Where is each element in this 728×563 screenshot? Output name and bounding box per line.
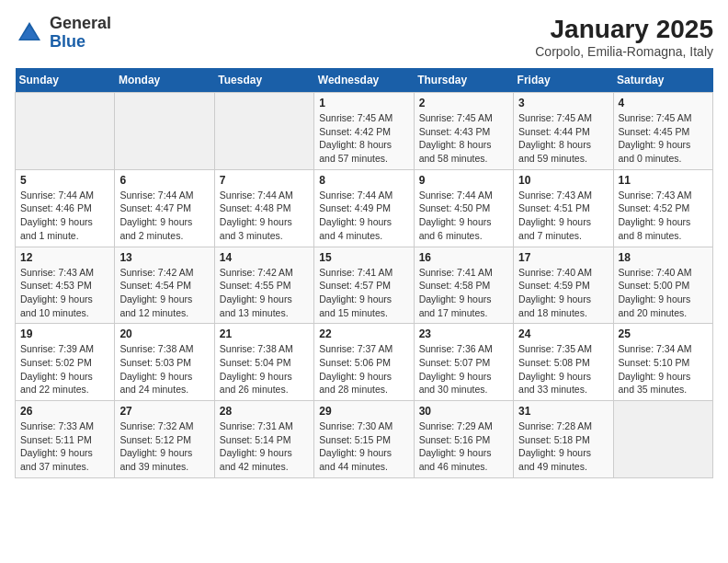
day-info: Sunrise: 7:35 AMSunset: 5:08 PMDaylight:… xyxy=(518,342,608,396)
calendar-cell: 24Sunrise: 7:35 AMSunset: 5:08 PMDayligh… xyxy=(514,324,613,401)
day-info: Sunrise: 7:34 AMSunset: 5:10 PMDaylight:… xyxy=(619,342,708,396)
page-subtitle: Corpolo, Emilia-Romagna, Italy xyxy=(535,44,713,59)
day-number: 14 xyxy=(220,251,309,264)
day-info: Sunrise: 7:45 AMSunset: 4:43 PMDaylight:… xyxy=(419,111,508,166)
day-info: Sunrise: 7:28 AMSunset: 5:18 PMDaylight:… xyxy=(518,419,608,474)
day-info: Sunrise: 7:36 AMSunset: 5:07 PMDaylight:… xyxy=(419,342,508,396)
calendar-week-row: 26Sunrise: 7:33 AMSunset: 5:11 PMDayligh… xyxy=(16,401,713,478)
day-number: 10 xyxy=(518,174,608,187)
day-number: 17 xyxy=(518,251,608,264)
day-info: Sunrise: 7:33 AMSunset: 5:11 PMDaylight:… xyxy=(20,419,109,474)
day-number: 13 xyxy=(119,251,209,264)
page-header: General Blue January 2025 Corpolo, Emili… xyxy=(15,15,713,59)
day-number: 15 xyxy=(319,251,408,264)
day-info: Sunrise: 7:45 AMSunset: 4:42 PMDaylight:… xyxy=(319,111,408,166)
calendar-cell: 9Sunrise: 7:44 AMSunset: 4:50 PMDaylight… xyxy=(414,169,513,247)
calendar-table: SundayMondayTuesdayWednesdayThursdayFrid… xyxy=(15,68,713,478)
title-area: January 2025 Corpolo, Emilia-Romagna, It… xyxy=(535,15,713,59)
weekday-header: Saturday xyxy=(613,68,712,93)
day-number: 5 xyxy=(20,174,109,187)
day-number: 16 xyxy=(419,251,508,264)
day-info: Sunrise: 7:32 AMSunset: 5:12 PMDaylight:… xyxy=(119,419,209,474)
day-info: Sunrise: 7:43 AMSunset: 4:51 PMDaylight:… xyxy=(518,189,608,243)
calendar-cell: 15Sunrise: 7:41 AMSunset: 4:57 PMDayligh… xyxy=(314,247,414,324)
calendar-cell: 25Sunrise: 7:34 AMSunset: 5:10 PMDayligh… xyxy=(613,324,712,401)
calendar-cell xyxy=(16,93,115,170)
day-number: 29 xyxy=(319,405,408,418)
calendar-cell: 26Sunrise: 7:33 AMSunset: 5:11 PMDayligh… xyxy=(16,401,115,478)
day-info: Sunrise: 7:30 AMSunset: 5:15 PMDaylight:… xyxy=(319,419,408,474)
day-info: Sunrise: 7:44 AMSunset: 4:50 PMDaylight:… xyxy=(419,189,508,243)
calendar-cell xyxy=(613,401,712,478)
weekday-header: Wednesday xyxy=(314,68,414,93)
day-info: Sunrise: 7:29 AMSunset: 5:16 PMDaylight:… xyxy=(419,419,508,474)
day-info: Sunrise: 7:37 AMSunset: 5:06 PMDaylight:… xyxy=(319,342,408,396)
calendar-header-row: SundayMondayTuesdayWednesdayThursdayFrid… xyxy=(16,68,713,93)
day-number: 23 xyxy=(419,327,508,340)
calendar-cell: 3Sunrise: 7:45 AMSunset: 4:44 PMDaylight… xyxy=(514,93,613,170)
calendar-cell: 31Sunrise: 7:28 AMSunset: 5:18 PMDayligh… xyxy=(514,401,613,478)
calendar-cell xyxy=(214,93,313,170)
day-number: 3 xyxy=(518,97,608,109)
day-info: Sunrise: 7:41 AMSunset: 4:57 PMDaylight:… xyxy=(319,266,408,320)
weekday-header: Thursday xyxy=(414,68,513,93)
day-number: 19 xyxy=(20,327,109,340)
day-number: 24 xyxy=(518,327,608,340)
calendar-cell: 13Sunrise: 7:42 AMSunset: 4:54 PMDayligh… xyxy=(115,247,214,324)
day-number: 30 xyxy=(419,405,508,418)
day-info: Sunrise: 7:40 AMSunset: 5:00 PMDaylight:… xyxy=(619,266,708,320)
day-number: 31 xyxy=(518,405,608,418)
day-number: 22 xyxy=(319,327,408,340)
day-number: 25 xyxy=(619,327,708,340)
day-info: Sunrise: 7:42 AMSunset: 4:54 PMDaylight:… xyxy=(119,266,209,320)
day-info: Sunrise: 7:43 AMSunset: 4:53 PMDaylight:… xyxy=(20,266,109,320)
day-info: Sunrise: 7:45 AMSunset: 4:44 PMDaylight:… xyxy=(518,111,608,166)
calendar-cell: 2Sunrise: 7:45 AMSunset: 4:43 PMDaylight… xyxy=(414,93,513,170)
calendar-cell: 8Sunrise: 7:44 AMSunset: 4:49 PMDaylight… xyxy=(314,169,414,247)
day-number: 8 xyxy=(319,174,408,187)
calendar-week-row: 1Sunrise: 7:45 AMSunset: 4:42 PMDaylight… xyxy=(16,93,713,170)
day-number: 20 xyxy=(119,327,209,340)
day-number: 11 xyxy=(619,174,708,187)
day-info: Sunrise: 7:45 AMSunset: 4:45 PMDaylight:… xyxy=(619,111,708,166)
logo-text: General Blue xyxy=(50,15,111,52)
day-number: 7 xyxy=(220,174,309,187)
calendar-cell xyxy=(115,93,214,170)
day-number: 27 xyxy=(119,405,209,418)
calendar-week-row: 12Sunrise: 7:43 AMSunset: 4:53 PMDayligh… xyxy=(16,247,713,324)
calendar-cell: 18Sunrise: 7:40 AMSunset: 5:00 PMDayligh… xyxy=(613,247,712,324)
page-title: January 2025 xyxy=(535,15,713,44)
day-number: 2 xyxy=(419,97,508,109)
calendar-cell: 5Sunrise: 7:44 AMSunset: 4:46 PMDaylight… xyxy=(16,169,115,247)
day-info: Sunrise: 7:38 AMSunset: 5:03 PMDaylight:… xyxy=(119,342,209,396)
calendar-cell: 6Sunrise: 7:44 AMSunset: 4:47 PMDaylight… xyxy=(115,169,214,247)
calendar-cell: 17Sunrise: 7:40 AMSunset: 4:59 PMDayligh… xyxy=(514,247,613,324)
calendar-cell: 10Sunrise: 7:43 AMSunset: 4:51 PMDayligh… xyxy=(514,169,613,247)
day-info: Sunrise: 7:44 AMSunset: 4:49 PMDaylight:… xyxy=(319,189,408,243)
calendar-cell: 27Sunrise: 7:32 AMSunset: 5:12 PMDayligh… xyxy=(115,401,214,478)
calendar-cell: 14Sunrise: 7:42 AMSunset: 4:55 PMDayligh… xyxy=(214,247,313,324)
calendar-cell: 11Sunrise: 7:43 AMSunset: 4:52 PMDayligh… xyxy=(613,169,712,247)
logo: General Blue xyxy=(15,15,111,52)
day-number: 1 xyxy=(319,97,408,109)
day-info: Sunrise: 7:44 AMSunset: 4:47 PMDaylight:… xyxy=(119,189,209,243)
calendar-cell: 12Sunrise: 7:43 AMSunset: 4:53 PMDayligh… xyxy=(16,247,115,324)
calendar-cell: 16Sunrise: 7:41 AMSunset: 4:58 PMDayligh… xyxy=(414,247,513,324)
day-info: Sunrise: 7:44 AMSunset: 4:48 PMDaylight:… xyxy=(220,189,309,243)
logo-icon xyxy=(15,18,44,48)
day-info: Sunrise: 7:40 AMSunset: 4:59 PMDaylight:… xyxy=(518,266,608,320)
logo-blue: Blue xyxy=(50,32,85,51)
day-info: Sunrise: 7:38 AMSunset: 5:04 PMDaylight:… xyxy=(220,342,309,396)
day-info: Sunrise: 7:43 AMSunset: 4:52 PMDaylight:… xyxy=(619,189,708,243)
calendar-week-row: 19Sunrise: 7:39 AMSunset: 5:02 PMDayligh… xyxy=(16,324,713,401)
calendar-cell: 7Sunrise: 7:44 AMSunset: 4:48 PMDaylight… xyxy=(214,169,313,247)
calendar-cell: 21Sunrise: 7:38 AMSunset: 5:04 PMDayligh… xyxy=(214,324,313,401)
calendar-cell: 29Sunrise: 7:30 AMSunset: 5:15 PMDayligh… xyxy=(314,401,414,478)
calendar-cell: 4Sunrise: 7:45 AMSunset: 4:45 PMDaylight… xyxy=(613,93,712,170)
day-info: Sunrise: 7:44 AMSunset: 4:46 PMDaylight:… xyxy=(20,189,109,243)
day-number: 21 xyxy=(220,327,309,340)
day-info: Sunrise: 7:39 AMSunset: 5:02 PMDaylight:… xyxy=(20,342,109,396)
logo-general: General xyxy=(50,14,111,32)
calendar-cell: 20Sunrise: 7:38 AMSunset: 5:03 PMDayligh… xyxy=(115,324,214,401)
day-info: Sunrise: 7:31 AMSunset: 5:14 PMDaylight:… xyxy=(220,419,309,474)
